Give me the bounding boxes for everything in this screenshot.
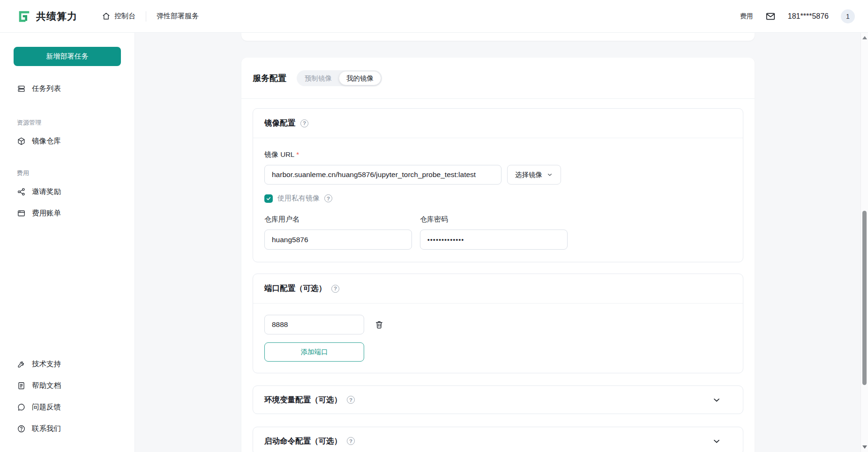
sidebar-item-label: 帮助文档 — [32, 381, 61, 391]
chat-bubble-icon — [17, 403, 26, 412]
port-input[interactable] — [264, 315, 364, 334]
main-content: 服务配置 预制镜像 我的镜像 镜像配置 ? 镜像 URL — [135, 33, 868, 452]
repo-password-label: 仓库密码 — [420, 215, 568, 224]
image-config-panel: 镜像配置 ? 镜像 URL * 选择镜像 — [253, 108, 743, 262]
image-url-input[interactable] — [264, 165, 501, 185]
help-icon[interactable]: ? — [300, 119, 308, 127]
sidebar-item-invite-reward[interactable]: 邀请奖励 — [14, 184, 121, 199]
sidebar-item-label: 联系我们 — [32, 424, 61, 434]
brand-logo[interactable]: 共绩算力 — [17, 9, 77, 23]
share-icon — [17, 187, 26, 196]
sidebar-item-label: 镜像仓库 — [32, 136, 61, 146]
sidebar-item-contact-us[interactable]: 联系我们 — [14, 421, 121, 436]
nav-elastic-deploy[interactable]: 弹性部署服务 — [157, 12, 199, 21]
add-deploy-task-button[interactable]: 新增部署任务 — [14, 47, 121, 66]
nav-divider — [146, 11, 146, 22]
chevron-down-icon[interactable] — [712, 395, 721, 405]
package-icon — [17, 137, 26, 146]
scroll-up-arrow-icon[interactable] — [862, 36, 867, 39]
home-icon — [102, 12, 111, 21]
user-phone: 181****5876 — [788, 12, 829, 21]
sidebar-item-task-list[interactable]: 任务列表 — [14, 81, 121, 96]
tab-my-image[interactable]: 我的镜像 — [339, 71, 381, 85]
required-asterisk: * — [296, 150, 299, 159]
sidebar-footer: 技术支持 帮助文档 问题反馈 联系我们 — [14, 356, 121, 436]
chevron-down-icon — [546, 171, 553, 178]
vertical-scrollbar[interactable] — [861, 33, 868, 452]
sidebar-item-image-repo[interactable]: 镜像仓库 — [14, 133, 121, 148]
service-config-header: 服务配置 预制镜像 我的镜像 — [241, 58, 755, 99]
brand-name: 共绩算力 — [36, 10, 77, 23]
help-icon[interactable]: ? — [347, 437, 355, 445]
sidebar-item-label: 邀请奖励 — [32, 187, 61, 197]
image-config-title: 镜像配置 — [264, 118, 295, 128]
nav-elastic-deploy-label: 弹性部署服务 — [157, 12, 199, 21]
help-icon[interactable]: ? — [324, 194, 332, 202]
sidebar-item-feedback[interactable]: 问题反馈 — [14, 400, 121, 415]
sidebar-item-billing-statement[interactable]: 费用账单 — [14, 206, 121, 221]
cmd-config-title: 启动命令配置（可选） — [264, 436, 342, 446]
envelope-icon[interactable] — [765, 11, 776, 22]
avatar[interactable]: 1 — [841, 9, 855, 23]
nav-console[interactable]: 控制台 — [102, 12, 135, 21]
billing-card-icon — [17, 209, 26, 218]
wrench-icon — [17, 360, 26, 369]
delete-port-button[interactable] — [374, 319, 385, 330]
private-image-label[interactable]: 使用私有镜像 — [277, 194, 320, 203]
top-navbar: 共绩算力 控制台 弹性部署服务 费用 181****5876 1 — [0, 0, 868, 33]
sidebar-item-label: 任务列表 — [32, 84, 61, 94]
sidebar-item-tech-support[interactable]: 技术支持 — [14, 356, 121, 371]
tab-prebuilt-image[interactable]: 预制镜像 — [298, 71, 339, 85]
billing-link[interactable]: 费用 — [740, 12, 753, 21]
sidebar-item-label: 费用账单 — [32, 208, 61, 218]
sidebar: 新增部署任务 任务列表 资源管理 镜像仓库 费用 邀请奖励 — [0, 33, 135, 452]
nav-console-label: 控制台 — [114, 12, 135, 21]
env-config-title: 环境变量配置（可选） — [264, 395, 342, 405]
scrollbar-thumb[interactable] — [862, 211, 867, 385]
question-circle-icon — [17, 424, 26, 433]
help-icon[interactable]: ? — [331, 285, 339, 293]
sidebar-item-label: 问题反馈 — [32, 402, 61, 412]
chevron-down-icon[interactable] — [712, 437, 721, 446]
image-url-label: 镜像 URL * — [264, 150, 732, 159]
sidebar-section-resources: 资源管理 — [14, 119, 121, 127]
add-port-button[interactable]: 添加端口 — [264, 342, 364, 362]
previous-card-bottom — [241, 33, 755, 41]
env-config-panel[interactable]: 环境变量配置（可选） ? — [253, 385, 743, 414]
document-icon — [17, 381, 26, 390]
logo-icon — [17, 9, 31, 23]
scroll-down-arrow-icon[interactable] — [862, 445, 867, 449]
select-image-button[interactable]: 选择镜像 — [507, 165, 561, 185]
private-image-checkbox[interactable] — [264, 194, 273, 203]
image-source-tabs: 预制镜像 我的镜像 — [297, 70, 382, 86]
sidebar-section-billing: 费用 — [14, 169, 121, 178]
repo-username-label: 仓库用户名 — [264, 215, 412, 224]
server-list-icon — [17, 84, 26, 93]
sidebar-item-help-docs[interactable]: 帮助文档 — [14, 378, 121, 393]
service-config-card: 服务配置 预制镜像 我的镜像 镜像配置 ? 镜像 URL — [241, 58, 755, 452]
repo-password-input[interactable] — [420, 230, 568, 250]
service-config-title: 服务配置 — [253, 73, 286, 84]
cmd-config-panel[interactable]: 启动命令配置（可选） ? — [253, 427, 743, 452]
help-icon[interactable]: ? — [347, 396, 355, 404]
port-config-title: 端口配置（可选） — [264, 283, 326, 294]
sidebar-item-label: 技术支持 — [32, 359, 61, 369]
trash-icon — [374, 320, 384, 329]
repo-username-input[interactable] — [264, 230, 412, 250]
port-config-panel: 端口配置（可选） ? — [253, 274, 743, 373]
